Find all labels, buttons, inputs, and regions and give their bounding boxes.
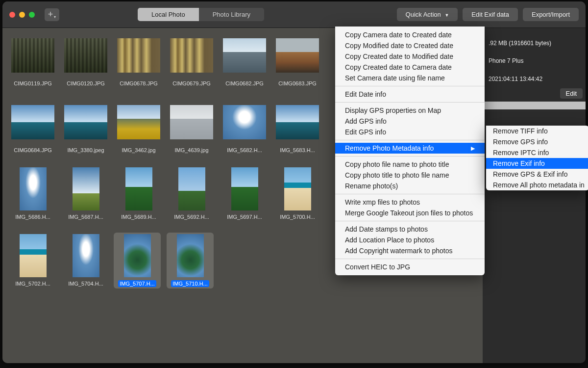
menu-item[interactable]: Rename photo(s) xyxy=(335,181,485,191)
thumbnail[interactable]: IMG_5689.H... xyxy=(115,167,162,220)
menu-item[interactable]: Add Date stamps to photos xyxy=(335,224,485,235)
thumbnail-image xyxy=(117,34,160,77)
thumbnail[interactable]: IMG_5704.H... xyxy=(62,234,109,287)
thumbnail-image xyxy=(117,101,160,144)
menu-item-label: Display GPS properties on Map xyxy=(345,106,441,114)
export-import-button[interactable]: Export/Import xyxy=(523,8,579,21)
thumbnail-image xyxy=(276,34,319,77)
info-date: 2021:04:11 13:44:42 xyxy=(489,73,580,85)
triangle-down-icon: ▼ xyxy=(444,13,449,18)
close-icon[interactable] xyxy=(9,12,15,18)
menu-item[interactable]: Remove Photo Metadata info▶ xyxy=(335,143,485,154)
thumbnail-label: IMG_5704.H... xyxy=(67,280,105,287)
quick-action-menu[interactable]: Copy Camera date to Created dateCopy Mod… xyxy=(335,26,485,275)
remove-metadata-submenu[interactable]: Remove TIFF infoRemove GPS infoRemove IP… xyxy=(486,126,588,190)
menu-item[interactable]: Copy Created date to Modified date xyxy=(335,51,485,62)
thumbnail[interactable]: IMG_4639.jpg xyxy=(168,101,215,154)
menu-item-label: Copy Modified date to Created date xyxy=(345,42,453,50)
thumbnail-label: IMG_5700.H... xyxy=(278,213,317,220)
submenu-item[interactable]: Remove GPS & Exif info xyxy=(486,169,588,180)
submenu-item[interactable]: Remove All photo metadata in xyxy=(486,180,588,190)
edit-exif-button[interactable]: Edit Exif data xyxy=(463,8,518,21)
info-panel: .92 MB (1916601 bytes) Phone 7 Plus 2021… xyxy=(483,28,586,363)
minimize-icon[interactable] xyxy=(19,12,25,18)
thumbnail[interactable]: IMG_5700.H... xyxy=(274,167,321,220)
info-filesize: .92 MB (1916601 bytes) xyxy=(489,37,580,50)
submenu-item[interactable]: Remove TIFF info xyxy=(486,126,588,136)
thumbnail[interactable]: CIMG0119.JPG xyxy=(9,34,56,87)
menu-item[interactable]: Set Camera date using file name xyxy=(335,73,485,83)
submenu-item[interactable]: Remove Exif info xyxy=(486,158,588,169)
thumbnail[interactable]: IMG_3380.jpeg xyxy=(62,101,109,154)
thumbnail-label: IMG_5707.H... xyxy=(118,280,156,287)
thumbnail-image xyxy=(276,101,319,144)
thumbnail-image xyxy=(11,167,54,210)
thumbnail-image xyxy=(116,234,159,277)
menu-item-label: Copy Created date to Modified date xyxy=(345,53,453,60)
thumbnail[interactable]: CIMG0678.JPG xyxy=(115,34,162,87)
thumbnail[interactable]: IMG_5682.H... xyxy=(221,101,268,154)
thumbnail[interactable]: CIMG0679.JPG xyxy=(168,34,215,87)
thumbnail-image xyxy=(64,234,107,277)
thumbnail[interactable]: CIMG0682.JPG xyxy=(221,34,268,87)
add-button[interactable]: + ▾ xyxy=(45,8,59,21)
thumbnail-label: IMG_5682.H... xyxy=(225,147,264,154)
thumbnail-image xyxy=(64,167,107,210)
info-device: Phone 7 Plus xyxy=(489,54,580,67)
menu-item[interactable]: Copy photo title to photo file name xyxy=(335,170,485,181)
menu-item-label: Write xmp files to photos xyxy=(345,198,420,206)
menu-item[interactable]: Copy Camera date to Created date xyxy=(335,29,485,40)
menu-item[interactable]: Write xmp files to photos xyxy=(335,197,485,208)
thumbnail-image xyxy=(276,167,319,210)
thumbnail[interactable]: CIMG0683.JPG xyxy=(274,34,321,87)
thumbnail[interactable]: IMG_5702.H... xyxy=(9,234,56,287)
menu-item[interactable]: Copy Modified date to Created date xyxy=(335,40,485,51)
tab-photo-library[interactable]: Photo Library xyxy=(199,8,264,21)
menu-item-label: Merge Google Takeout json files to photo… xyxy=(345,209,473,217)
thumbnail-label: IMG_5697.H... xyxy=(225,213,264,220)
thumbnail-image xyxy=(117,167,160,210)
thumbnail-label: IMG_5710.H... xyxy=(171,280,209,287)
thumbnail[interactable]: IMG_5686.H... xyxy=(9,167,56,220)
thumbnail[interactable]: IMG_5683.H... xyxy=(274,101,321,154)
thumbnail[interactable]: IMG_5707.H... xyxy=(114,233,161,289)
menu-item[interactable]: Add Copyright watermark to photos xyxy=(335,245,485,256)
thumbnail[interactable]: CIMG0684.JPG xyxy=(9,101,56,154)
fullscreen-icon[interactable] xyxy=(29,12,35,18)
menu-item[interactable]: Edit GPS info xyxy=(335,127,485,137)
thumbnail[interactable]: CIMG0120.JPG xyxy=(62,34,109,87)
menu-item-label: Add GPS info xyxy=(345,117,387,125)
menu-item[interactable]: Copy photo file name to photo title xyxy=(335,159,485,170)
thumbnail-label: CIMG0683.JPG xyxy=(277,80,318,87)
quick-action-button[interactable]: Quick Action ▼ xyxy=(397,8,458,21)
menu-item[interactable]: Edit Date info xyxy=(335,89,485,100)
thumbnail-image xyxy=(223,34,266,77)
menu-item-label: Add Date stamps to photos xyxy=(345,225,428,233)
thumbnail[interactable]: IMG_5692.H... xyxy=(168,167,215,220)
menu-item[interactable]: Display GPS properties on Map xyxy=(335,105,485,116)
menu-item[interactable]: Add GPS info xyxy=(335,116,485,127)
thumbnail-image xyxy=(11,101,54,144)
tab-local-photo[interactable]: Local Photo xyxy=(138,8,199,21)
thumbnail[interactable]: IMG_3462.jpg xyxy=(115,101,162,154)
submenu-item[interactable]: Remove GPS info xyxy=(486,136,588,147)
main-area: CIMG0119.JPGCIMG0120.JPGCIMG0678.JPGCIMG… xyxy=(2,28,586,363)
thumbnail[interactable]: IMG_5697.H... xyxy=(221,167,268,220)
thumbnail-label: IMG_5686.H... xyxy=(14,213,52,220)
submenu-item[interactable]: Remove IPTC info xyxy=(486,147,588,158)
thumbnail[interactable]: IMG_5710.H... xyxy=(167,233,214,289)
thumbnail-label: CIMG0682.JPG xyxy=(224,80,265,87)
menu-item[interactable]: Copy Created date to Camera date xyxy=(335,62,485,73)
thumbnail-image xyxy=(64,101,107,144)
menu-item[interactable]: Convert HEIC to JPG xyxy=(335,262,485,272)
menu-item-label: Copy Created date to Camera date xyxy=(345,63,452,71)
edit-button[interactable]: Edit xyxy=(560,88,583,99)
menu-item-label: Set Camera date using file name xyxy=(345,74,445,82)
thumbnail[interactable]: IMG_5687.H... xyxy=(62,167,109,220)
menu-item[interactable]: Add Location Place to photos xyxy=(335,235,485,245)
menu-item-label: Edit Date info xyxy=(345,90,386,98)
menu-item-label: Convert HEIC to JPG xyxy=(345,263,410,271)
thumbnail-image xyxy=(223,101,266,144)
menu-item[interactable]: Merge Google Takeout json files to photo… xyxy=(335,208,485,218)
thumbnail-label: CIMG0679.JPG xyxy=(171,80,212,87)
